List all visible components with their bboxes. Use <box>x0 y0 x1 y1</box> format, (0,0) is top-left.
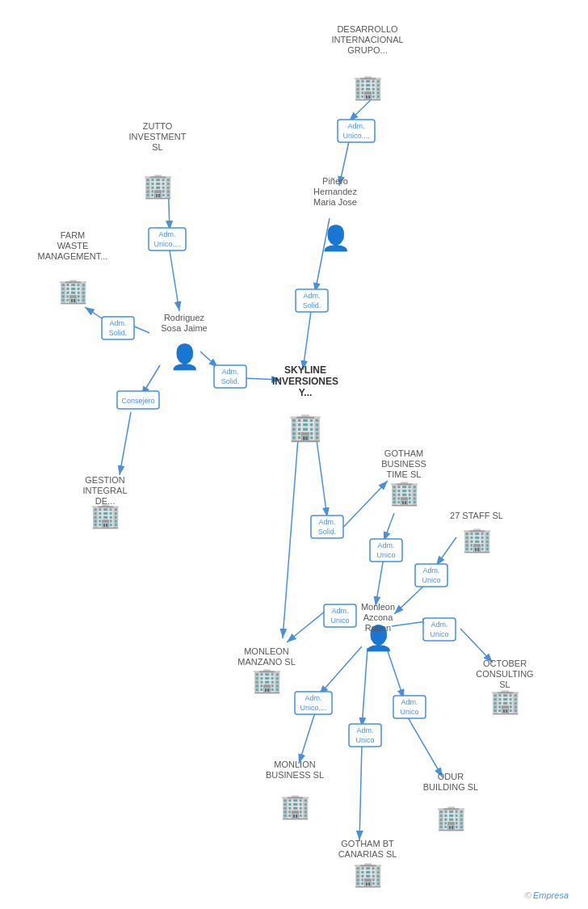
label-october1: OCTOBER <box>483 659 527 668</box>
label-skyline2: INVERSIONES <box>272 376 338 387</box>
badge-text-3b: Solid. <box>303 301 321 309</box>
svg-line-29 <box>359 745 362 840</box>
label-gotham-bt2: CANARIAS SL <box>338 849 397 859</box>
building-icon-desarrollo: 🏢 <box>353 73 384 102</box>
label-rodriguez2: Sosa Jaime <box>161 323 207 333</box>
label-monlion2: BUSINESS SL <box>266 770 324 780</box>
building-icon-monlion: 🏢 <box>280 792 311 821</box>
label-skyline1: SKYLINE <box>284 364 326 376</box>
badge-text-11: Adm. <box>304 694 321 702</box>
badge-text-5: Adm. <box>221 368 238 376</box>
building-icon-gotham-bt: 🏢 <box>353 860 384 889</box>
label-skyline3: Y... <box>299 387 313 398</box>
badge-text-4b: Solid. <box>109 329 128 337</box>
svg-line-23 <box>460 629 493 663</box>
label-desarrollo2: INTERNACIONAL <box>331 35 403 44</box>
svg-line-12 <box>120 412 131 475</box>
label-gotham3: TIME SL <box>387 469 422 479</box>
label-gotham-bt1: GOTHAM BT <box>341 839 394 848</box>
badge-text-2b: Unico.... <box>153 240 180 248</box>
person-icon-rodriguez: 👤 <box>170 343 200 372</box>
label-gestion3: DE... <box>95 496 115 506</box>
label-pinero2: Hernandez <box>313 187 357 196</box>
label-zutto2: INVESTMENT <box>129 132 187 141</box>
label-monleon-manz1: MONLEON <box>244 646 289 656</box>
badge-text-7b: Unico <box>376 551 395 559</box>
building-icon-monleon-manzano: 🏢 <box>252 666 283 695</box>
label-october3: SL <box>499 680 510 689</box>
label-monleon-manz2: MANZANO SL <box>237 657 296 667</box>
svg-line-28 <box>362 648 368 727</box>
label-monleon-az3: Ruben <box>365 623 391 633</box>
person-icon-pinero: 👤 <box>321 224 351 253</box>
watermark: © <box>525 890 531 900</box>
building-icon-farm: 🏢 <box>58 276 89 305</box>
label-farm2: WASTE <box>57 241 89 250</box>
label-zutto3: SL <box>152 142 162 152</box>
svg-line-19 <box>394 583 426 614</box>
label-zutto1: ZUTTO <box>143 121 173 131</box>
label-gestion1: GESTION <box>85 475 125 485</box>
label-desarrollo: DESARROLLO <box>337 24 398 34</box>
label-odur2: BUILDING SL <box>423 782 478 792</box>
label-pinero1: Piñero <box>322 176 348 186</box>
badge-text-2: Adm. <box>158 230 175 238</box>
label-october2: CONSULTING <box>476 669 533 679</box>
label-gotham1: GOTHAM <box>384 448 423 458</box>
svg-line-27 <box>408 718 443 777</box>
building-icon-zutto: 🏢 <box>143 171 174 200</box>
badge-text-12: Adm. <box>401 698 418 706</box>
building-icon-odur: 🏢 <box>436 803 467 832</box>
label-27staff: 27 STAFF SL <box>450 511 503 520</box>
badge-text-8: Adm. <box>422 566 439 574</box>
badge-text-9: Adm. <box>331 607 348 615</box>
svg-line-4 <box>303 311 311 370</box>
watermark-brand: Empresa <box>533 890 569 900</box>
label-farm3: MANAGEMENT... <box>38 251 108 261</box>
svg-line-26 <box>386 646 404 699</box>
label-monlion1: MONLION <box>274 760 315 769</box>
building-icon-gotham-business: 🏢 <box>389 478 420 507</box>
label-monleon-az2: Azcona <box>363 612 394 622</box>
badge-text-6b: Solid. <box>318 528 337 536</box>
badge-text-10: Adm. <box>430 621 447 629</box>
label-rodriguez1: Rodriguez <box>164 313 205 322</box>
label-monleon-az1: Monleon <box>361 602 395 612</box>
label-desarrollo3: GRUPO... <box>347 45 388 55</box>
badge-text-6: Adm. <box>318 518 335 526</box>
svg-line-18 <box>436 537 456 566</box>
svg-line-24 <box>319 646 362 695</box>
svg-line-15 <box>283 428 299 638</box>
label-gestion2: INTEGRAL <box>82 486 127 495</box>
badge-text-1b: Unico.... <box>342 132 369 140</box>
badge-text-12b: Unico <box>400 708 418 716</box>
badge-text-7: Adm. <box>377 541 394 549</box>
badge-text-consejero: Consejero <box>121 397 154 405</box>
label-gotham2: BUSINESS <box>381 459 426 469</box>
badge-text-4: Adm. <box>109 319 126 327</box>
building-icon-skyline: 🏢 <box>288 410 323 444</box>
badge-text-9b: Unico <box>330 617 349 625</box>
svg-line-6 <box>170 250 179 311</box>
svg-line-21 <box>287 608 330 642</box>
badge-text-3: Adm. <box>303 292 320 300</box>
svg-line-25 <box>299 713 315 764</box>
badge-text-13b: Unico <box>355 736 374 744</box>
badge-text-8b: Unico <box>422 576 440 584</box>
badge-text-10b: Unico <box>430 630 448 638</box>
badge-text-11b: Unico,... <box>300 704 326 712</box>
badge-text-1: Adm. <box>347 122 364 130</box>
svg-line-16 <box>384 513 394 541</box>
label-pinero3: Maria Jose <box>313 197 357 207</box>
svg-line-17 <box>376 558 384 606</box>
label-odur1: ODUR <box>438 772 464 781</box>
building-icon-october: 🏢 <box>490 687 521 716</box>
building-icon-27staff: 🏢 <box>462 525 493 554</box>
badge-text-13: Adm. <box>356 726 373 734</box>
badge-text-5b: Solid. <box>221 377 240 385</box>
label-farm1: FARM <box>61 230 86 240</box>
